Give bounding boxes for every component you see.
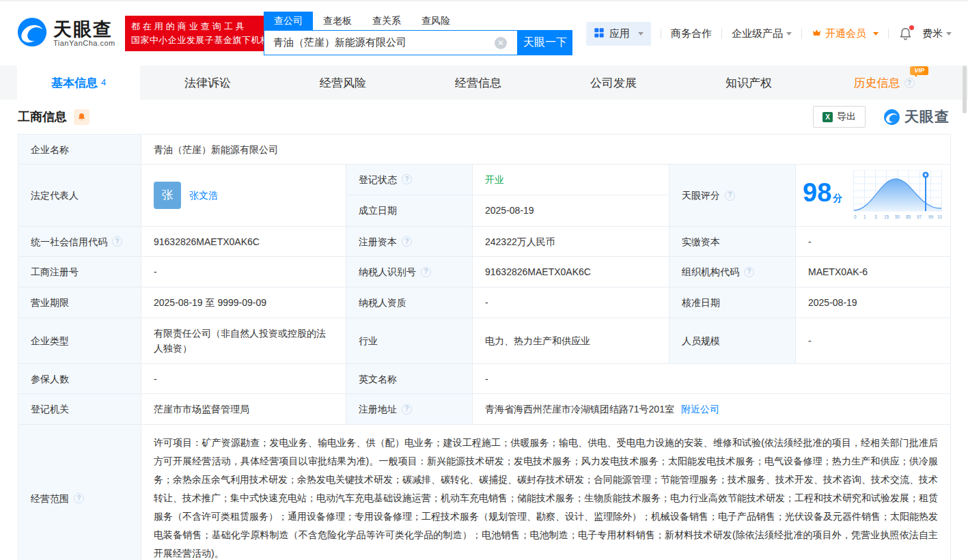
company-name-value: 青油（茫崖）新能源有限公司 <box>141 135 951 165</box>
menu-vip-label: 开通会员 <box>825 27 866 40</box>
svg-text:1: 1 <box>863 214 866 219</box>
legal-rep-avatar[interactable]: 张 <box>154 182 181 209</box>
table-row: 经营范围? 许可项目：矿产资源勘查；发电业务、输电业务、供（配）电业务；建设工程… <box>18 425 951 560</box>
help-icon[interactable]: ? <box>74 493 84 503</box>
insured-value: - <box>141 364 346 394</box>
reg-capital-label: 注册资本? <box>346 227 473 257</box>
slogan-line2: 国家中小企业发展子基金旗下机构 <box>131 33 270 47</box>
menu-biz-coop[interactable]: 商务合作 <box>671 27 712 40</box>
establish-date-value: 2025-08-19 <box>473 195 669 226</box>
table-row: 营业期限 2025-08-19 至 9999-09-09 纳税人资质 - 核准日… <box>18 288 951 318</box>
divider <box>661 29 661 39</box>
reg-address-value: 青海省海西州茫崖市冷湖镇团结路71号201室 <box>485 402 674 417</box>
search-tab-relation[interactable]: 查关系 <box>362 12 411 30</box>
search-input[interactable] <box>264 30 518 55</box>
reg-number-label: 工商注册号 <box>18 257 141 288</box>
reg-status-value: 开业 <box>473 165 669 195</box>
search-area: 查公司 查老板 查关系 查风险 ✕ 天眼一下 <box>264 12 572 55</box>
help-icon[interactable]: ? <box>421 267 431 277</box>
clear-icon[interactable]: ✕ <box>495 37 507 49</box>
business-info-table: 企业名称 青油（茫崖）新能源有限公司 法定代表人 张 张文浩 登记状态? 开业 … <box>18 134 951 560</box>
help-icon[interactable]: ? <box>904 78 915 88</box>
search-button[interactable]: 天眼一下 <box>518 30 572 55</box>
tab-history-info[interactable]: VIP 历史信息 ? <box>816 66 952 100</box>
tab-legal-litigation[interactable]: 法律诉讼 <box>140 66 275 100</box>
svg-text:100: 100 <box>937 214 942 219</box>
search-tab-company[interactable]: 查公司 <box>264 12 313 30</box>
notification-bell-icon[interactable] <box>898 27 913 41</box>
table-row: 企业名称 青油（茫崖）新能源有限公司 <box>18 135 951 165</box>
section-title: 工商信息 <box>18 109 67 125</box>
score-axis-labels: 0 1 3 15 50 85 97 99 100 <box>854 214 942 219</box>
logo-domain: TianYanCha.com <box>53 39 115 47</box>
taxpayer-id-label: 纳税人识别号? <box>346 257 473 288</box>
export-button[interactable]: X 导出 <box>813 106 866 128</box>
help-icon[interactable]: ? <box>744 267 754 277</box>
approval-date-label: 核准日期 <box>669 288 796 318</box>
tab-intellectual-property[interactable]: 知识产权 <box>681 66 816 100</box>
divider <box>888 29 889 39</box>
svg-text:3: 3 <box>874 214 877 219</box>
help-icon[interactable]: ? <box>402 236 412 247</box>
table-row: 工商注册号 - 纳税人识别号? 91632826MAETX0AK6C 组织机构代… <box>18 257 951 288</box>
legal-rep-link[interactable]: 张文浩 <box>189 188 218 203</box>
chevron-down-icon <box>873 32 879 36</box>
menu-enterprise-products-label: 企业级产品 <box>732 27 783 40</box>
username: 费米 <box>922 27 943 40</box>
svg-text:0: 0 <box>854 214 857 219</box>
help-icon[interactable]: ? <box>725 191 735 201</box>
chevron-down-icon <box>946 32 952 36</box>
table-row: 参保人数 - 英文名称 - <box>18 364 951 394</box>
user-menu[interactable]: 费米 <box>922 27 952 40</box>
insured-label: 参保人数 <box>18 364 141 394</box>
table-row: 法定代表人 张 张文浩 登记状态? 开业 天眼评分? 98分 <box>18 165 951 195</box>
establish-date-label: 成立日期 <box>346 195 473 226</box>
svg-text:50: 50 <box>895 214 900 219</box>
company-type-value: 有限责任公司（非自然人投资或控股的法人独资） <box>141 318 346 364</box>
score-distribution-chart: 0 1 3 15 50 85 97 99 100 <box>853 170 942 221</box>
vip-badge: VIP <box>910 66 928 75</box>
paid-capital-value: - <box>796 227 951 257</box>
menu-vip[interactable]: 开通会员 <box>812 27 879 40</box>
nearby-companies-link[interactable]: 附近公司 <box>681 402 719 417</box>
english-name-label: 英文名称 <box>346 364 473 394</box>
tab-basic-info-label: 基本信息 <box>51 75 98 91</box>
score-cell: 98分 <box>796 165 951 227</box>
tab-company-development[interactable]: 公司发展 <box>546 66 681 100</box>
help-icon[interactable]: ? <box>112 236 122 247</box>
business-scope-label: 经营范围? <box>18 425 141 560</box>
svg-text:85: 85 <box>906 214 911 219</box>
score-label: 天眼评分? <box>669 165 796 227</box>
org-code-value: MAETX0AK-6 <box>796 257 951 288</box>
paid-capital-label: 实缴资本 <box>669 227 796 257</box>
table-row: 统一社会信用代码? 91632826MAETX0AK6C 注册资本? 24232… <box>18 227 951 257</box>
reg-address-label: 注册地址? <box>346 394 473 425</box>
export-label: 导出 <box>837 111 856 123</box>
slogan-line1: 都在用的商业查询工具 <box>131 20 270 33</box>
scrollbar[interactable] <box>963 66 967 113</box>
help-icon[interactable]: ? <box>402 174 412 184</box>
chevron-down-icon <box>786 32 792 36</box>
notification-dot <box>909 25 914 30</box>
tab-operation-risk[interactable]: 经营风险 <box>275 66 411 100</box>
monitor-bell-icon[interactable] <box>74 109 89 125</box>
reg-status-label: 登记状态? <box>346 165 473 195</box>
tab-operation-info[interactable]: 经营信息 <box>411 66 546 100</box>
legal-rep-cell: 张 张文浩 <box>141 165 346 227</box>
score-value: 98分 <box>803 179 842 212</box>
business-term-value: 2025-08-19 至 9999-09-09 <box>141 288 346 318</box>
header-menu: 应用 商务合作 企业级产品 开通会员 费米 <box>586 22 952 46</box>
reg-number-value: - <box>141 257 346 288</box>
help-icon[interactable]: ? <box>402 404 412 415</box>
business-term-label: 营业期限 <box>18 288 141 318</box>
watermark-text: 天眼查 <box>904 107 950 126</box>
search-tab-boss[interactable]: 查老板 <box>313 12 362 30</box>
reg-capital-value: 242322万人民币 <box>473 227 669 257</box>
search-tab-risk[interactable]: 查风险 <box>411 12 460 30</box>
tab-basic-info[interactable]: 基本信息 4 <box>17 66 140 100</box>
reg-address-cell: 青海省海西州茫崖市冷湖镇团结路71号201室 附近公司 <box>473 394 951 425</box>
tab-basic-info-count: 4 <box>101 77 106 87</box>
menu-enterprise-products[interactable]: 企业级产品 <box>732 27 792 40</box>
apps-menu[interactable]: 应用 <box>586 22 651 46</box>
logo[interactable]: 天眼查 TianYanCha.com <box>16 16 115 51</box>
